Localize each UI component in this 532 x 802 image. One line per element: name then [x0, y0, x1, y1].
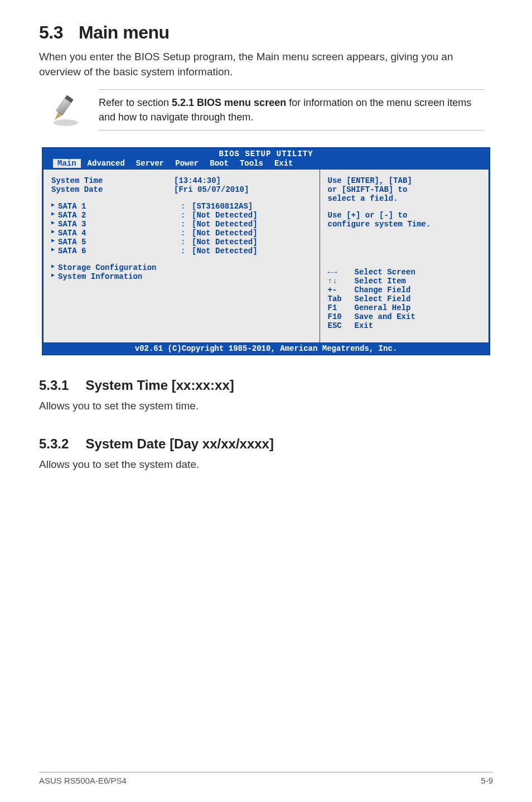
help-select-field: TabSelect Field: [328, 294, 481, 303]
bios-tab-bar: Main Advanced Server Power Boot Tools Ex…: [43, 158, 489, 169]
body-531: Allows you to set the system time.: [39, 399, 493, 414]
tab-tools[interactable]: Tools: [240, 159, 274, 168]
footer-page-number: 5-9: [481, 776, 493, 785]
help-general-help: F1General Help: [328, 303, 481, 312]
footer-model: ASUS RS500A-E6/PS4: [39, 776, 127, 785]
help-select-screen: ←→Select Screen: [328, 268, 481, 277]
note-text: Refer to section 5.2.1 BIOS menu screen …: [99, 95, 485, 124]
tab-power[interactable]: Power: [175, 159, 210, 168]
note-callout: Refer to section 5.2.1 BIOS menu screen …: [47, 89, 485, 131]
bios-screenshot: BIOS SETUP UTILITY Main Advanced Server …: [42, 147, 490, 355]
field-system-date[interactable]: System Date [Fri 05/07/2010]: [51, 185, 312, 194]
bios-title: BIOS SETUP UTILITY: [43, 149, 489, 158]
body-532: Allows you to set the system date.: [39, 457, 493, 472]
help-save-exit: F10Save and Exit: [328, 312, 481, 321]
bios-help-panel: Use [ENTER], [TAB] or [SHIFT-TAB] to sel…: [320, 169, 489, 343]
help-change-field: +-Change Field: [328, 286, 481, 294]
help-select-item: ↑↓Select Item: [328, 277, 481, 286]
bios-main-panel: System Time [13:44:30] System Date [Fri …: [43, 169, 320, 343]
section-heading: 5.3Main menu: [39, 22, 493, 43]
field-sata-3[interactable]: SATA 3: [Not Detected]: [51, 220, 312, 229]
intro-paragraph: When you enter the BIOS Setup program, t…: [39, 50, 493, 79]
tab-exit[interactable]: Exit: [274, 159, 304, 168]
field-sata-1[interactable]: SATA 1: [ST3160812AS]: [51, 202, 312, 211]
submenu-system-information[interactable]: System Information: [51, 272, 312, 281]
svg-point-0: [54, 119, 78, 126]
tab-server[interactable]: Server: [136, 159, 175, 168]
field-system-time[interactable]: System Time [13:44:30]: [51, 176, 312, 185]
tab-advanced[interactable]: Advanced: [88, 159, 136, 168]
field-sata-4[interactable]: SATA 4: [Not Detected]: [51, 229, 312, 238]
subsection-531: 5.3.1System Time [xx:xx:xx]: [39, 378, 493, 393]
pencil-icon: [47, 90, 86, 129]
section-title-text: Main menu: [79, 22, 170, 42]
subsection-532: 5.3.2System Date [Day xx/xx/xxxx]: [39, 436, 493, 452]
field-sata-6[interactable]: SATA 6: [Not Detected]: [51, 247, 312, 255]
tab-boot[interactable]: Boot: [210, 159, 240, 168]
field-sata-5[interactable]: SATA 5: [Not Detected]: [51, 238, 312, 247]
help-exit: ESCExit: [328, 321, 481, 330]
bios-copyright: v02.61 (C)Copyright 1985-2010, American …: [43, 343, 489, 354]
submenu-storage-configuration[interactable]: Storage Configuration: [51, 263, 312, 272]
section-number: 5.3: [39, 22, 63, 43]
tab-main[interactable]: Main: [53, 159, 81, 168]
field-sata-2[interactable]: SATA 2: [Not Detected]: [51, 211, 312, 220]
page-footer: ASUS RS500A-E6/PS4 5-9: [39, 772, 493, 785]
